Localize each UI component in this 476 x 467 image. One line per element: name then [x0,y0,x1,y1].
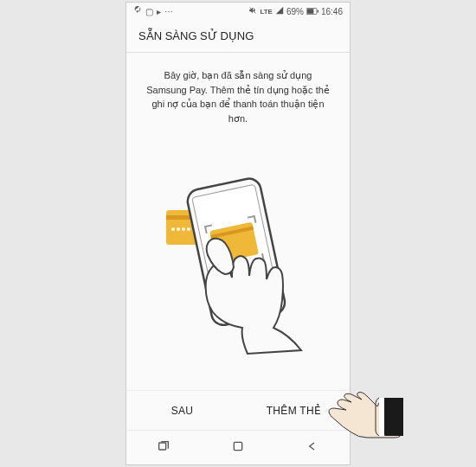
back-button[interactable] [306,439,319,457]
play-icon: ▸ [157,7,161,16]
main-content: Bây giờ, bạn đã sẵn sàng sử dụng Samsung… [126,53,350,407]
page-title: SẴN SÀNG SỬ DỤNG [138,29,254,42]
battery-icon [306,7,318,16]
body-text: Bây giờ, bạn đã sẵn sàng sử dụng Samsung… [144,68,332,125]
svg-rect-2 [318,10,318,12]
clock: 16:46 [321,7,343,16]
status-bar: ▢ ▸ ⋯ LTE 69% 16:46 [126,3,350,20]
square-icon: ▢ [145,7,153,16]
svg-point-7 [182,227,185,231]
home-button[interactable] [231,439,245,457]
more-icon: ⋯ [164,7,173,16]
rotation-lock-icon [133,6,142,16]
battery-text: 69% [286,7,304,16]
svg-rect-1 [307,9,314,14]
phone-screen: ▢ ▸ ⋯ LTE 69% 16:46 SẴN SÀNG SỬ DỤNG Bây… [125,2,351,465]
mute-icon [248,6,257,16]
button-row: SAU THÊM THẺ [126,390,350,430]
lte-icon: LTE [260,8,273,16]
android-nav-bar [126,430,350,464]
signal-icon [275,6,284,16]
svg-rect-15 [234,442,241,450]
svg-rect-14 [159,443,166,450]
svg-point-8 [187,227,190,231]
tutorial-pointer-hand-icon [325,389,403,441]
later-button[interactable]: SAU [126,391,238,430]
svg-rect-16 [379,398,384,436]
page-header: SẴN SÀNG SỬ DỤNG [126,20,350,53]
svg-point-5 [171,227,175,231]
onboarding-illustration [156,165,320,355]
recents-button[interactable] [157,439,170,457]
svg-point-6 [177,227,180,231]
